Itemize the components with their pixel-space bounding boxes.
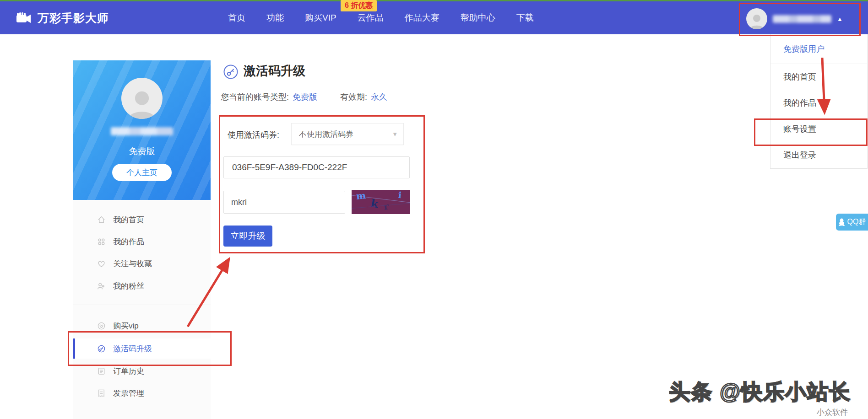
activation-key-icon: [223, 64, 239, 80]
coupon-selected-value: 不使用激活码券: [299, 129, 353, 140]
sidebar-item-my-home[interactable]: 我的首页: [73, 210, 211, 230]
account-type-value[interactable]: 免费版: [293, 91, 317, 102]
account-type-label: 您当前的账号类型:: [221, 91, 289, 102]
page-title: 激活码升级: [244, 63, 305, 79]
user-dropdown: 免费版用户 我的首页 我的作品 账号设置 退出登录: [770, 34, 868, 169]
sidebar-item-label: 我的粉丝: [113, 281, 144, 291]
profile-username-blurred: [111, 127, 173, 135]
nav-contest[interactable]: 作品大赛: [405, 12, 439, 24]
person-icon: [749, 13, 765, 29]
captcha-letter: r: [383, 200, 389, 212]
dropdown-item-my-works[interactable]: 我的作品: [770, 90, 867, 116]
profile-avatar: [121, 78, 163, 119]
profile-card: 免费版 个人主页: [73, 60, 211, 200]
sidebar-item-label: 订单历史: [113, 366, 144, 376]
nav-home[interactable]: 首页: [228, 12, 245, 24]
watermark-subtitle: 小众软件: [659, 407, 861, 418]
sidebar-item-label: 我的作品: [113, 236, 144, 247]
captcha-letter: i: [398, 190, 402, 200]
vip-icon: [97, 322, 106, 330]
main-nav: 首页 功能 购买VIP 6 折优惠 云作品 作品大赛 帮助中心 下载: [228, 1, 534, 34]
upgrade-now-button[interactable]: 立即升级: [223, 226, 272, 247]
nav-download[interactable]: 下载: [516, 12, 534, 24]
sidebar-item-my-fans[interactable]: 我的粉丝: [73, 276, 211, 296]
sidebar-item-label: 激活码升级: [113, 344, 152, 354]
validity-label: 有效期:: [340, 91, 367, 102]
logo-text: 万彩手影大师: [38, 11, 109, 26]
dropdown-item-account-settings[interactable]: 账号设置: [770, 116, 867, 142]
vip-discount-badge: 6 折优惠: [341, 0, 377, 11]
dropdown-item-logout[interactable]: 退出登录: [770, 142, 867, 168]
chevron-down-icon: ▼: [392, 131, 398, 138]
personal-homepage-button[interactable]: 个人主页: [112, 164, 172, 181]
nav-buy-vip-wrap: 购买VIP 6 折优惠: [305, 12, 336, 24]
key-icon: [97, 344, 106, 353]
username-blurred: [773, 15, 831, 23]
order-history-icon: [97, 367, 106, 376]
sidebar-menu: 我的首页 我的作品 关注与收藏 我的粉丝 购买vip 激活码升级 订单历史 发票…: [73, 200, 211, 419]
account-status-line: 您当前的账号类型: 免费版 有效期: 永久: [221, 91, 387, 102]
works-grid-icon: [97, 237, 106, 246]
sidebar-item-label: 发票管理: [113, 388, 144, 398]
sidebar-item-invoice-management[interactable]: 发票管理: [73, 383, 211, 403]
sidebar-item-label: 关注与收藏: [113, 258, 152, 269]
sidebar-item-label: 购买vip: [113, 321, 139, 331]
sidebar-item-buy-vip[interactable]: 购买vip: [73, 316, 211, 336]
qq-group-button[interactable]: QQ群: [836, 214, 868, 231]
person-icon: [127, 88, 157, 119]
nav-help-center[interactable]: 帮助中心: [461, 12, 495, 24]
user-avatar[interactable]: [746, 8, 767, 29]
coupon-select[interactable]: 不使用激活码券 ▼: [291, 123, 404, 145]
heart-icon: [97, 259, 106, 268]
navbar: 万彩手影大师 首页 功能 购买VIP 6 折优惠 云作品 作品大赛 帮助中心 下…: [0, 1, 868, 34]
invoice-icon: [97, 389, 106, 398]
home-icon: [97, 215, 106, 224]
sidebar-item-label: 我的首页: [113, 215, 144, 225]
logo-hand-camera-icon: [16, 11, 33, 25]
sidebar-item-my-works[interactable]: 我的作品: [73, 231, 211, 252]
captcha-image[interactable]: m k r i: [352, 190, 410, 214]
logo[interactable]: 万彩手影大师: [16, 1, 109, 34]
sidebar-item-follow-favorites[interactable]: 关注与收藏: [73, 253, 211, 274]
captcha-input[interactable]: [223, 191, 345, 214]
sidebar-item-order-history[interactable]: 订单历史: [73, 361, 211, 381]
dropdown-item-free-user[interactable]: 免费版用户: [770, 34, 867, 64]
nav-buy-vip[interactable]: 购买VIP: [305, 13, 336, 22]
dropdown-item-my-home[interactable]: 我的首页: [770, 64, 867, 90]
coupon-label: 使用激活码券:: [228, 129, 279, 140]
user-menu[interactable]: ▲: [746, 6, 856, 32]
fans-icon: [97, 282, 106, 290]
nav-features[interactable]: 功能: [266, 12, 284, 24]
watermark: 头条 @快乐小站长 小众软件: [659, 378, 861, 418]
sidebar-divider: [73, 305, 211, 305]
qq-group-label: QQ群: [847, 217, 866, 227]
validity-value: 永久: [371, 91, 387, 102]
account-tier-label: 免费版: [73, 145, 211, 157]
sidebar-item-activation-upgrade[interactable]: 激活码升级: [73, 338, 211, 359]
watermark-title: 头条 @快乐小站长: [659, 378, 861, 406]
caret-up-icon: ▲: [837, 16, 843, 22]
nav-cloud-works[interactable]: 云作品: [358, 12, 384, 24]
activation-code-input[interactable]: [223, 156, 410, 178]
qq-penguin-icon: [838, 218, 845, 226]
